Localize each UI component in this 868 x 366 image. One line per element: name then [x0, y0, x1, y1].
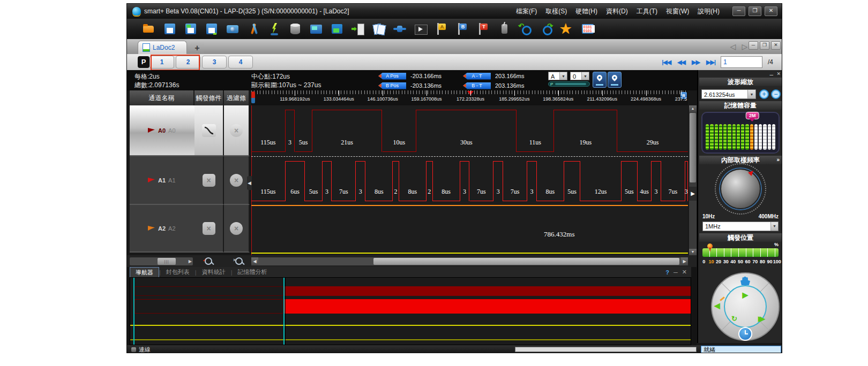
filter-cell-a0[interactable]: ×: [224, 105, 250, 156]
trigger-cell-a1[interactable]: ×: [194, 156, 224, 205]
zoom-out-button[interactable]: −: [771, 89, 781, 99]
restore-button[interactable]: ❐: [749, 6, 761, 16]
connect-icon[interactable]: [393, 22, 407, 36]
doc-close-button[interactable]: ✕: [771, 41, 781, 50]
video-icon[interactable]: [414, 22, 428, 36]
vertical-scrollbar[interactable]: ▲ ▶ ▼: [689, 105, 697, 255]
first-page-button[interactable]: |◀◀: [662, 59, 671, 66]
open-file-icon[interactable]: [142, 22, 156, 36]
waveform-scroll-thumb[interactable]: [373, 258, 679, 265]
trigger-position-bar[interactable]: [702, 248, 779, 257]
refresh-button[interactable]: ↻: [731, 315, 737, 323]
column-collapse-button[interactable]: ◀: [247, 176, 252, 190]
column-header-2[interactable]: 過濾條件: [224, 90, 250, 105]
menu-item-5[interactable]: 視窗(W): [663, 5, 692, 18]
frequency-select[interactable]: 1MHz▼: [702, 222, 779, 231]
settings-tools-icon[interactable]: [246, 22, 260, 36]
page-p-button[interactable]: P: [138, 56, 149, 68]
marker-select[interactable]: A▼: [548, 72, 567, 80]
waveform-area[interactable]: 115us35us21us10us30us11us19us29us115us6u…: [251, 105, 688, 255]
zoom-value-select[interactable]: 2.613254us▼: [701, 89, 756, 99]
scroll-right-small-icon[interactable]: ▶: [189, 259, 192, 264]
label-tool-icon[interactable]: [497, 22, 511, 36]
menu-item-0[interactable]: 檔案(F): [513, 5, 540, 18]
favorite-icon[interactable]: ★: [560, 22, 574, 36]
column-scroll-thumb[interactable]: |||: [158, 258, 176, 265]
marker-b-button[interactable]: [608, 72, 622, 88]
waveform-h-scrollbar[interactable]: ◀ ▶: [251, 257, 688, 265]
menu-item-1[interactable]: 取樣(S): [542, 5, 570, 18]
trigger-cell-a2[interactable]: ×: [194, 205, 224, 253]
play-button[interactable]: ▶: [743, 291, 749, 299]
doc-minimize-button[interactable]: ─: [749, 41, 758, 50]
navigator-cursor-right[interactable]: [283, 278, 285, 345]
page-button-3[interactable]: 3: [202, 56, 227, 68]
tab-ladoc2[interactable]: LaDoc2: [138, 41, 187, 54]
scroll-down-button[interactable]: ▼: [689, 249, 697, 255]
add-tab-button[interactable]: +: [190, 42, 204, 54]
channel-row-a0[interactable]: A0A0: [130, 105, 194, 156]
pin-icon[interactable]: ⚊: [769, 71, 773, 77]
filter-cell-a1[interactable]: ×: [224, 156, 250, 205]
next-page-button[interactable]: ▶▶: [692, 59, 700, 66]
wheel-inner-ring[interactable]: ▶ ↻ ▶▶: [724, 285, 767, 328]
bottom-tab-2[interactable]: 資料統計: [197, 267, 231, 277]
expand-icon[interactable]: »: [776, 156, 780, 164]
waveform-a2[interactable]: 786.432ms: [251, 205, 688, 253]
channel-row-a1[interactable]: A1A1: [130, 156, 194, 205]
compare-icon[interactable]: [372, 22, 386, 36]
column-header-0[interactable]: 通道名稱: [130, 90, 194, 105]
bottom-tab-3[interactable]: 記憶體分析: [233, 267, 273, 277]
close-button[interactable]: ✕: [765, 6, 777, 16]
help-icon[interactable]: ?: [665, 269, 669, 276]
device-icon[interactable]: [309, 22, 323, 36]
trigger-position-widget[interactable]: %: [702, 245, 779, 258]
navigation-wheel[interactable]: ◀ ▶ ↻ ▶▶: [711, 272, 780, 341]
waveform-a1[interactable]: 115us6us5us37us38us28us28us37us37us38us5…: [251, 156, 688, 205]
menu-item-2[interactable]: 硬體(H): [572, 5, 601, 18]
doc-restore-button[interactable]: ❐: [760, 41, 769, 50]
column-header-1[interactable]: 觸發條件: [194, 90, 224, 105]
trigger-cell-a0[interactable]: [194, 105, 224, 156]
jump-left-button[interactable]: ◀: [714, 301, 720, 310]
close-icon[interactable]: ✕: [776, 71, 781, 77]
vertical-scroll-thumb[interactable]: [690, 113, 696, 182]
memory-icon[interactable]: [288, 22, 302, 36]
zoom-in-button[interactable]: +: [759, 89, 769, 99]
hand-pan-icon[interactable]: [740, 277, 750, 285]
marker-a-button[interactable]: [593, 72, 607, 88]
trigger-position-pin[interactable]: [707, 243, 713, 252]
screenshot-icon[interactable]: [226, 22, 240, 36]
scroll-up-button[interactable]: ▲: [689, 105, 697, 112]
filter-search-button[interactable]: ×: [232, 256, 248, 266]
acquisition-icon[interactable]: [267, 22, 281, 36]
save-icon[interactable]: [163, 22, 177, 36]
filter-cell-a2[interactable]: ×: [224, 205, 250, 253]
zoom-next-icon[interactable]: ↷: [539, 22, 553, 36]
flag-a-icon[interactable]: A: [435, 22, 448, 36]
fast-forward-button[interactable]: ▶▶: [758, 315, 761, 323]
scroll-left-button[interactable]: ◀: [251, 257, 258, 265]
marker-index-select[interactable]: 0▼: [570, 72, 589, 80]
trigger-search-button[interactable]: ✓: [201, 256, 218, 266]
flag-b-icon[interactable]: B: [455, 22, 469, 36]
panel-expand-button[interactable]: ▶: [689, 187, 697, 201]
navigator-cursor-left[interactable]: [133, 278, 134, 345]
menu-item-3[interactable]: 資料(D): [603, 5, 631, 18]
frequency-knob[interactable]: [720, 169, 761, 209]
waveform-a0[interactable]: 115us35us21us10us30us11us19us29us: [251, 105, 688, 156]
flag-t-icon[interactable]: T: [476, 22, 490, 36]
save-settings-icon[interactable]: [205, 22, 219, 36]
save-as-icon[interactable]: [184, 22, 198, 36]
channel-row-a2[interactable]: A2A2: [130, 205, 194, 253]
zoom-previous-icon[interactable]: ↶: [518, 22, 532, 36]
minimize-panel-icon[interactable]: ─: [674, 269, 678, 276]
menu-item-6[interactable]: 說明(H): [694, 5, 723, 18]
menu-item-4[interactable]: 工具(T): [633, 5, 661, 18]
bottom-tab-0[interactable]: 導航器: [130, 267, 159, 278]
column-h-scrollbar[interactable]: ||| ▶: [130, 257, 193, 265]
layout-icon[interactable]: [330, 22, 344, 36]
time-ruler[interactable]: B 119.968192us133.034464us146.100736us15…: [251, 90, 688, 106]
bus-decode-icon[interactable]: 0101 0101: [581, 22, 595, 36]
prev-page-button[interactable]: ◀◀: [677, 59, 685, 66]
